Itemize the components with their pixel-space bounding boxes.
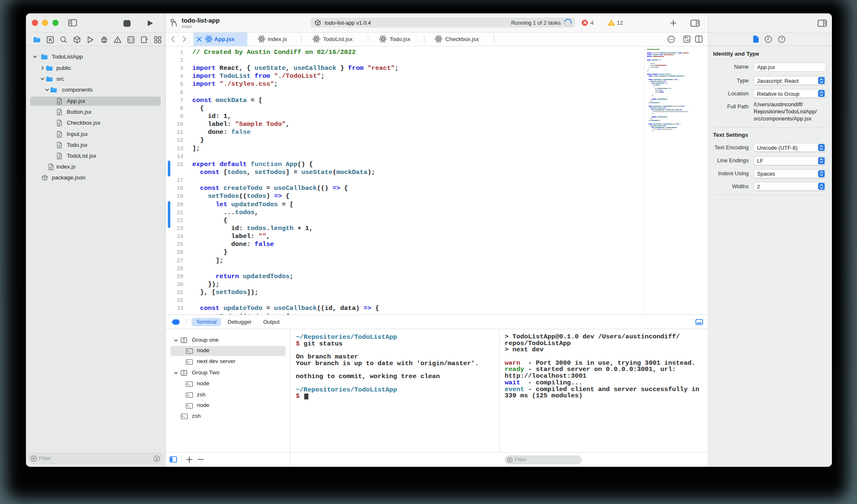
svg-text:?: ?	[780, 37, 783, 42]
